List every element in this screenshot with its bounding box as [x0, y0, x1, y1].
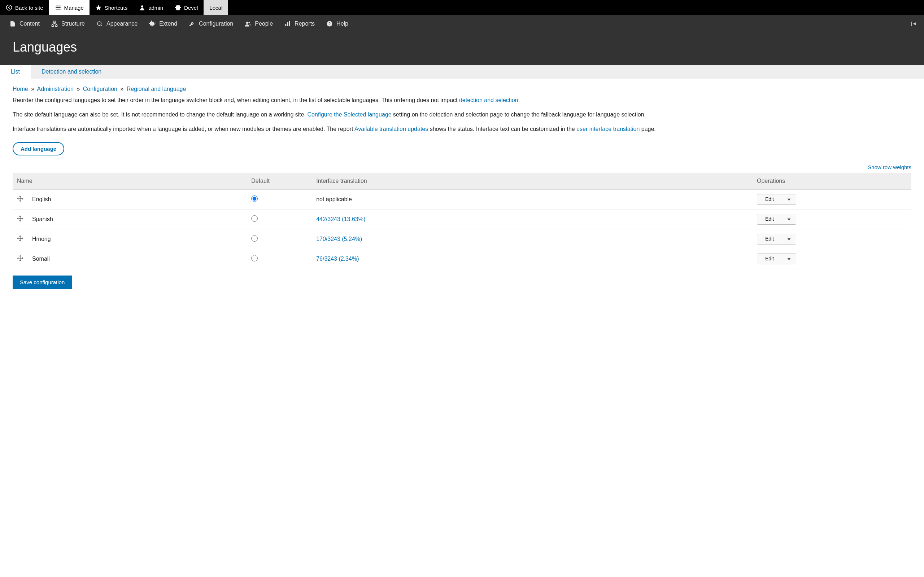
- caret-down-icon: [786, 236, 792, 242]
- default-cell: [247, 210, 312, 229]
- back-to-site[interactable]: Back to site: [0, 0, 49, 15]
- edit-button[interactable]: Edit: [757, 194, 782, 205]
- wrench-icon: [189, 21, 195, 27]
- dropbutton-toggle[interactable]: [782, 234, 796, 244]
- language-name: English: [28, 190, 247, 210]
- language-name: Hmong: [28, 229, 247, 249]
- svg-marker-4: [96, 5, 101, 10]
- svg-marker-26: [788, 199, 791, 201]
- admin-appearance-label: Appearance: [107, 21, 137, 27]
- default-language-radio[interactable]: [251, 195, 258, 202]
- translation-progress-link[interactable]: 170/3243 (5.24%): [316, 236, 362, 242]
- svg-text:?: ?: [328, 22, 331, 26]
- svg-point-14: [97, 22, 102, 26]
- admin-people[interactable]: People: [239, 15, 279, 32]
- default-language-radio[interactable]: [251, 255, 258, 261]
- tab-list[interactable]: List: [0, 65, 31, 79]
- admin-configuration-label: Configuration: [199, 21, 233, 27]
- back-to-site-label: Back to site: [15, 5, 43, 11]
- star-icon: [95, 4, 102, 11]
- translation-progress-link[interactable]: 442/3243 (13.63%): [316, 216, 365, 222]
- local-label: Local: [209, 5, 222, 11]
- operations-dropbutton: Edit: [757, 214, 796, 225]
- ui-translation-link[interactable]: user interface translation: [577, 126, 640, 132]
- admin-extend-label: Extend: [159, 21, 177, 27]
- puzzle-icon: [149, 21, 155, 27]
- table-row: Englishnot applicableEdit: [13, 190, 911, 210]
- operations-cell: Edit: [753, 249, 911, 269]
- dropbutton-toggle[interactable]: [782, 214, 796, 224]
- admin-configuration[interactable]: Configuration: [183, 15, 239, 32]
- admin-help-label: Help: [336, 21, 348, 27]
- add-language-button[interactable]: Add language: [13, 142, 64, 155]
- people-icon: [245, 21, 251, 27]
- drag-handle[interactable]: [13, 190, 28, 210]
- edit-button[interactable]: Edit: [757, 214, 782, 224]
- admin-structure[interactable]: Structure: [45, 15, 90, 32]
- user-menu[interactable]: admin: [133, 0, 169, 15]
- svg-marker-35: [788, 258, 791, 260]
- content-region: Home » Administration » Configuration » …: [0, 79, 924, 303]
- caret-down-icon: [786, 196, 792, 203]
- admin-help[interactable]: ? Help: [320, 15, 354, 32]
- admin-menu: Content Structure Appearance Extend Conf…: [0, 15, 924, 32]
- admin-people-label: People: [255, 21, 273, 27]
- admin-menu-left: Content Structure Appearance Extend Conf…: [3, 15, 354, 32]
- local-env[interactable]: Local: [204, 0, 228, 15]
- edit-button[interactable]: Edit: [757, 234, 782, 244]
- svg-point-5: [141, 5, 143, 8]
- breadcrumb-regional[interactable]: Regional and language: [127, 86, 186, 92]
- operations-cell: Edit: [753, 190, 911, 210]
- svg-rect-7: [54, 21, 56, 23]
- bar-chart-icon: [284, 21, 291, 27]
- drag-handle[interactable]: [13, 210, 28, 229]
- admin-reports[interactable]: Reports: [279, 15, 320, 32]
- language-name: Somali: [28, 249, 247, 269]
- svg-rect-20: [289, 21, 290, 26]
- operations-cell: Edit: [753, 229, 911, 249]
- detection-selection-link[interactable]: detection and selection: [459, 97, 518, 103]
- breadcrumb-admin[interactable]: Administration: [37, 86, 74, 92]
- tab-detection[interactable]: Detection and selection: [31, 65, 112, 79]
- save-configuration-button[interactable]: Save configuration: [13, 276, 72, 289]
- devel[interactable]: Devel: [169, 0, 204, 15]
- translation-cell: not applicable: [312, 190, 753, 210]
- default-language-radio[interactable]: [251, 235, 258, 242]
- drag-handle[interactable]: [13, 229, 28, 249]
- translation-updates-link[interactable]: Available translation updates: [354, 126, 428, 132]
- breadcrumb-sep: »: [76, 86, 80, 92]
- manage-toggle[interactable]: Manage: [49, 0, 89, 15]
- caret-down-icon: [786, 216, 792, 222]
- move-icon: [17, 255, 23, 261]
- breadcrumb-home[interactable]: Home: [13, 86, 28, 92]
- admin-content[interactable]: Content: [3, 15, 45, 32]
- sitemap-icon: [51, 21, 58, 27]
- tab-list-label: List: [11, 69, 20, 75]
- translation-progress-link[interactable]: 76/3243 (2.34%): [316, 256, 359, 262]
- translation-cell: 76/3243 (2.34%): [312, 249, 753, 269]
- drag-handle[interactable]: [13, 249, 28, 269]
- breadcrumb-config[interactable]: Configuration: [83, 86, 117, 92]
- operations-dropbutton: Edit: [757, 253, 796, 264]
- admin-reports-label: Reports: [294, 21, 315, 27]
- default-language-radio[interactable]: [251, 215, 258, 222]
- chevron-left-circle-icon: [6, 4, 12, 11]
- shortcuts[interactable]: Shortcuts: [89, 0, 133, 15]
- edit-button[interactable]: Edit: [757, 254, 782, 264]
- intro-paragraph-1: Reorder the configured languages to set …: [13, 96, 911, 105]
- show-row-weights-link[interactable]: Show row weights: [868, 164, 911, 170]
- configure-selected-language-link[interactable]: Configure the Selected language: [307, 111, 392, 118]
- admin-structure-label: Structure: [61, 21, 85, 27]
- admin-extend[interactable]: Extend: [143, 15, 183, 32]
- dropbutton-toggle[interactable]: [782, 194, 796, 205]
- table-header-row: Name Default Interface translation Opera…: [13, 173, 911, 190]
- toolbar: Back to site Manage Shortcuts admin Deve…: [0, 0, 924, 15]
- col-name: Name: [13, 173, 247, 190]
- dropbutton-toggle[interactable]: [782, 254, 796, 264]
- svg-rect-18: [285, 24, 286, 26]
- language-name: Spanish: [28, 210, 247, 229]
- table-row: Somali76/3243 (2.34%)Edit: [13, 249, 911, 269]
- admin-appearance[interactable]: Appearance: [90, 15, 143, 32]
- orientation-toggle[interactable]: [907, 15, 921, 32]
- table-row: Hmong170/3243 (5.24%)Edit: [13, 229, 911, 249]
